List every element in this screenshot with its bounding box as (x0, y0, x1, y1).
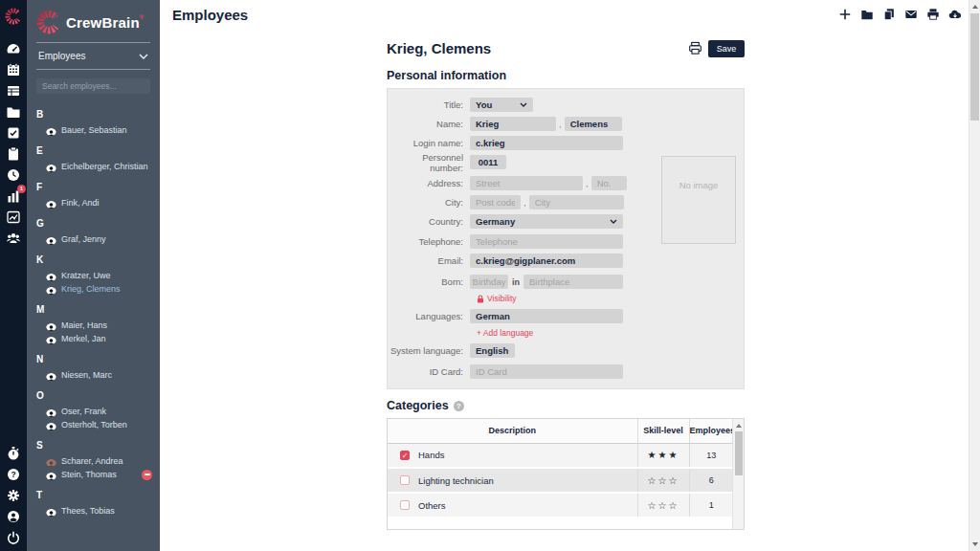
account-user-icon[interactable] (6, 509, 21, 524)
employee-list-item[interactable]: Osterholt, Torben (27, 418, 160, 431)
tasks-check-square-icon[interactable] (6, 125, 21, 141)
employee-list-item[interactable]: Graf, Jenny (27, 232, 160, 246)
crewbrain-logo-icon (36, 10, 61, 34)
employee-list-item[interactable]: Kratzer, Uwe (27, 269, 160, 282)
category-checkbox[interactable] (400, 500, 410, 510)
employee-list-item[interactable]: Bauer, Sebastian (27, 123, 160, 137)
working-hours-clock-icon[interactable] (6, 167, 21, 183)
planning-table-icon[interactable] (6, 83, 21, 99)
copy-icon[interactable] (882, 8, 896, 21)
visibility-link[interactable]: Visibility (477, 294, 744, 303)
birthday-input[interactable] (470, 275, 508, 289)
in-label: in (512, 277, 520, 287)
avatar (46, 162, 56, 172)
avatar (46, 456, 56, 467)
avatar (46, 407, 56, 417)
title-select[interactable]: You (470, 98, 533, 112)
categories-help-icon[interactable]: ? (454, 401, 464, 411)
dashboard-gauge-icon[interactable] (6, 41, 21, 56)
files-folder-icon[interactable] (6, 104, 21, 120)
skill-level-stars[interactable]: ★★★ (637, 443, 689, 468)
category-checkbox[interactable] (400, 475, 410, 485)
email-input[interactable] (470, 253, 623, 268)
login-name-input[interactable] (470, 136, 623, 150)
postcode-input[interactable] (470, 195, 521, 209)
add-language-link[interactable]: + Add language (477, 328, 744, 338)
street-no-input[interactable] (591, 176, 627, 190)
category-checkbox[interactable]: ✓ (400, 451, 410, 460)
scrollbar-thumb[interactable] (970, 13, 979, 121)
module-selector[interactable]: Employees (27, 43, 160, 69)
employee-list-item[interactable]: Thees, Tobias (27, 504, 160, 518)
city-input[interactable] (529, 195, 624, 209)
employee-list-item[interactable]: Krieg, Clemens (27, 282, 160, 296)
skill-level-stars[interactable]: ☆☆☆ (637, 493, 689, 518)
crew-users-icon[interactable] (6, 231, 21, 246)
logout-power-icon[interactable] (6, 530, 21, 545)
folder-icon[interactable] (860, 8, 874, 21)
employee-list-item[interactable]: Fink, Andi (27, 196, 160, 209)
help-icon[interactable]: ? (6, 467, 21, 482)
employee-list-item[interactable]: Merkel, Jan (27, 332, 160, 345)
employee-group: NNiesen, Marc (27, 354, 160, 382)
avatar (46, 420, 56, 430)
skill-level-stars[interactable]: ☆☆☆ (637, 468, 689, 493)
notification-badge: 1 (17, 185, 26, 193)
crewbrain-logo-icon[interactable] (5, 8, 22, 29)
stopwatch-icon[interactable] (6, 446, 21, 461)
born-label: Born: (388, 276, 470, 287)
category-row: ✓Hands★★★13 (388, 443, 733, 468)
mail-icon[interactable] (904, 8, 918, 21)
first-name-input[interactable] (565, 117, 622, 131)
bar-chart-icon[interactable]: 1 (6, 188, 21, 204)
country-label: Country: (388, 216, 470, 227)
group-letter: K (36, 254, 160, 265)
group-letter: E (36, 145, 160, 156)
clipboard-icon[interactable] (6, 146, 21, 162)
employee-list-item[interactable]: Niesen, Marc (27, 368, 160, 382)
employee-name: Osterholt, Torben (61, 420, 127, 430)
employee-group: TThees, Tobias (27, 490, 160, 518)
statistics-line-chart-icon[interactable] (6, 209, 21, 225)
save-button[interactable]: Save (708, 40, 745, 57)
telephone-label: Telephone: (388, 236, 470, 247)
id-card-input[interactable] (470, 364, 623, 379)
scroll-up-arrow[interactable] (736, 424, 742, 428)
employee-list-item[interactable]: Oser, Frank (27, 405, 160, 418)
telephone-input[interactable] (470, 234, 623, 249)
employee-list-item[interactable]: Maier, Hans (27, 319, 160, 332)
table-scrollbar[interactable] (732, 419, 744, 529)
avatar (46, 370, 56, 381)
city-label: City: (388, 197, 470, 208)
employee-list-item[interactable]: Stein, Thomas (27, 468, 160, 481)
print-icon[interactable] (926, 8, 940, 21)
employee-name: Graf, Jenny (61, 234, 106, 244)
system-language-select[interactable]: English (470, 343, 515, 358)
employee-photo-placeholder[interactable]: No image (661, 156, 736, 244)
personal-info-heading: Personal information (387, 69, 745, 82)
employees-count: 6 (689, 468, 733, 493)
country-select[interactable]: Germany (470, 214, 623, 229)
add-icon[interactable] (838, 8, 852, 21)
personnel-number-input[interactable] (470, 155, 506, 169)
avatar (46, 284, 56, 295)
birthplace-input[interactable] (523, 275, 623, 289)
employee-list-item[interactable]: Eichelberger, Christian (27, 160, 160, 173)
employee-list: BBauer, SebastianEEichelberger, Christia… (27, 109, 160, 518)
settings-gear-icon[interactable] (6, 488, 21, 503)
category-row: Lighting technician☆☆☆6 (388, 468, 733, 493)
calendar-icon[interactable] (6, 62, 21, 77)
employee-list-item[interactable]: Scharer, Andrea (27, 454, 160, 468)
page-scrollbar[interactable] (969, 0, 980, 551)
scrollbar-thumb[interactable] (735, 431, 743, 475)
brand-logo: CrewBrain® (27, 0, 160, 42)
group-letter: T (36, 490, 160, 500)
cloud-download-icon[interactable] (948, 8, 962, 21)
last-name-input[interactable] (470, 117, 556, 131)
street-input[interactable] (470, 176, 583, 190)
search-employees-input[interactable] (36, 78, 150, 94)
print-record-icon[interactable] (688, 41, 702, 55)
scroll-down-arrow[interactable] (972, 542, 978, 546)
scroll-up-arrow[interactable] (972, 5, 978, 9)
languages-input[interactable] (470, 309, 623, 323)
